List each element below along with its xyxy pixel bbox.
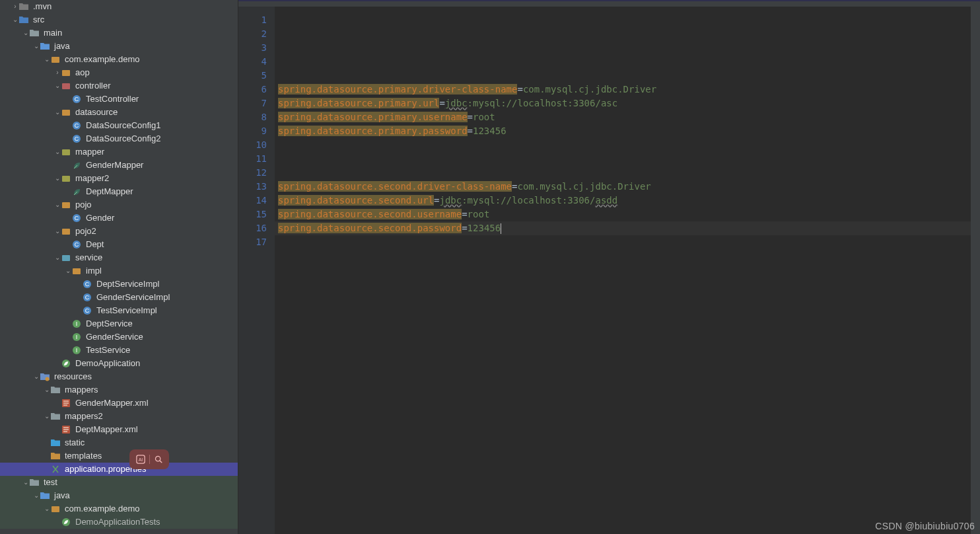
tree-item-datasourceconfig2[interactable]: CDataSourceConfig2 bbox=[0, 132, 238, 145]
chevron-down-icon[interactable]: ⌄ bbox=[54, 106, 61, 119]
tree-item-service[interactable]: ⌄service bbox=[0, 251, 238, 264]
code-line[interactable]: spring.datasource.primary.url=jdbc:mysql… bbox=[275, 96, 971, 110]
tree-item-label: TestController bbox=[86, 93, 139, 106]
chevron-down-icon[interactable]: ⌄ bbox=[33, 489, 40, 502]
editor-scrollbar[interactable] bbox=[971, 7, 980, 534]
code-line[interactable]: spring.datasource.second.password=123456 bbox=[275, 221, 971, 235]
code-line[interactable] bbox=[275, 55, 971, 69]
tree-item-pojo[interactable]: ⌄pojo bbox=[0, 198, 238, 211]
tree-item-label: pojo bbox=[75, 198, 92, 211]
tree-item-test[interactable]: ⌄test bbox=[0, 476, 238, 489]
editor-area: 1234567891011121314151617 spring.datasou… bbox=[238, 0, 980, 534]
tree-item-dept[interactable]: CDept bbox=[0, 238, 238, 251]
tree-item-main[interactable]: ⌄main bbox=[0, 26, 238, 40]
chevron-down-icon[interactable]: ⌄ bbox=[54, 198, 61, 211]
tree-item-mapper2[interactable]: ⌄mapper2 bbox=[0, 172, 238, 185]
tree-item-deptserviceimpl[interactable]: CDeptServiceImpl bbox=[0, 278, 238, 291]
tree-item-gender[interactable]: CGender bbox=[0, 211, 238, 225]
code-line[interactable]: spring.datasource.second.username=root bbox=[275, 208, 971, 221]
package-icon bbox=[50, 54, 61, 65]
chevron-down-icon[interactable]: ⌄ bbox=[44, 502, 50, 515]
tree-item-com-example-demo[interactable]: ⌄com.example.demo bbox=[0, 53, 238, 66]
project-tree-sidebar[interactable]: ›.mvn⌄src⌄main⌄java⌄com.example.demo›aop… bbox=[0, 0, 238, 534]
tree-item-testserviceimpl[interactable]: CTestServiceImpl bbox=[0, 304, 238, 317]
class-icon: C bbox=[71, 239, 82, 250]
tree-item-datasource[interactable]: ⌄datasource bbox=[0, 106, 238, 119]
chevron-down-icon[interactable]: ⌄ bbox=[54, 172, 61, 185]
code-line[interactable]: spring.datasource.primary.password=12345… bbox=[275, 124, 971, 138]
code-line[interactable]: spring.datasource.primary.driver-class-n… bbox=[275, 83, 971, 96]
code-line[interactable] bbox=[275, 166, 971, 180]
tree-item-datasourceconfig1[interactable]: CDataSourceConfig1 bbox=[0, 119, 238, 132]
chevron-down-icon[interactable]: ⌄ bbox=[22, 26, 29, 40]
chevron-down-icon[interactable]: ⌄ bbox=[44, 53, 50, 66]
chevron-down-icon[interactable]: ⌄ bbox=[54, 79, 61, 93]
tree-item-impl[interactable]: ⌄impl bbox=[0, 264, 238, 278]
tree-item-resources[interactable]: ⌄resources bbox=[0, 370, 238, 383]
tree-item-demoapplicationtests[interactable]: DemoApplicationTests bbox=[0, 515, 238, 529]
chevron-right-icon[interactable]: › bbox=[12, 0, 18, 13]
floating-tool[interactable]: AI bbox=[129, 449, 169, 469]
svg-text:C: C bbox=[75, 135, 79, 142]
tree-item-aop[interactable]: ›aop bbox=[0, 66, 238, 79]
chevron-down-icon[interactable]: ⌄ bbox=[44, 383, 50, 397]
property-value: root bbox=[468, 209, 490, 219]
code-line[interactable] bbox=[275, 27, 971, 41]
chevron-down-icon[interactable]: ⌄ bbox=[54, 145, 61, 159]
tree-item-demoapplication[interactable]: DemoApplication bbox=[0, 357, 238, 370]
chevron-down-icon[interactable]: ⌄ bbox=[22, 476, 29, 489]
tree-item-testcontroller[interactable]: CTestController bbox=[0, 93, 238, 106]
project-tree[interactable]: ›.mvn⌄src⌄main⌄java⌄com.example.demo›aop… bbox=[0, 0, 238, 529]
tree-item--mvn[interactable]: ›.mvn bbox=[0, 0, 238, 13]
code-line[interactable] bbox=[275, 13, 971, 27]
chevron-down-icon[interactable]: ⌄ bbox=[65, 264, 71, 278]
tree-item-label: aop bbox=[75, 66, 90, 79]
chevron-down-icon[interactable]: ⌄ bbox=[12, 13, 18, 26]
tree-item-deptmapper[interactable]: DeptMapper bbox=[0, 185, 238, 198]
code-text[interactable]: spring.datasource.primary.driver-class-n… bbox=[275, 7, 971, 534]
code-line[interactable] bbox=[275, 235, 971, 249]
tree-item-label: DeptMapper.xml bbox=[75, 423, 138, 436]
tree-item-src[interactable]: ⌄src bbox=[0, 13, 238, 26]
property-value: 123456 bbox=[473, 126, 507, 136]
tree-item-genderserviceimpl[interactable]: CGenderServiceImpl bbox=[0, 291, 238, 304]
tree-item-mappers2[interactable]: ⌄mappers2 bbox=[0, 410, 238, 423]
code-line[interactable] bbox=[275, 41, 971, 55]
folder-tmpl-icon bbox=[50, 451, 61, 461]
code-line[interactable] bbox=[275, 152, 971, 166]
chevron-down-icon[interactable]: ⌄ bbox=[33, 370, 40, 383]
tree-item-com-example-demo[interactable]: ⌄com.example.demo bbox=[0, 502, 238, 515]
tree-item-java[interactable]: ⌄java bbox=[0, 40, 238, 53]
property-key: spring.datasource.second.driver-class-na… bbox=[278, 181, 512, 192]
code-line[interactable] bbox=[275, 138, 971, 152]
tree-item-controller[interactable]: ⌄controller bbox=[0, 79, 238, 93]
tree-item-label: com.example.demo bbox=[65, 502, 139, 515]
chevron-down-icon[interactable]: ⌄ bbox=[54, 225, 61, 238]
tree-item-java[interactable]: ⌄java bbox=[0, 489, 238, 502]
tree-item-gendermapper[interactable]: GenderMapper bbox=[0, 159, 238, 172]
tree-item-deptmapper-xml[interactable]: DeptMapper.xml bbox=[0, 423, 238, 436]
chevron-down-icon[interactable]: ⌄ bbox=[44, 410, 50, 423]
tree-item-genderservice[interactable]: IGenderService bbox=[0, 330, 238, 344]
tree-item-testservice[interactable]: ITestService bbox=[0, 344, 238, 357]
code-area[interactable]: 1234567891011121314151617 spring.datasou… bbox=[238, 7, 980, 534]
code-line[interactable] bbox=[275, 69, 971, 83]
tree-item-static[interactable]: static bbox=[0, 436, 238, 449]
tree-item-gendermapper-xml[interactable]: GenderMapper.xml bbox=[0, 397, 238, 410]
tree-item-pojo2[interactable]: ⌄pojo2 bbox=[0, 225, 238, 238]
chevron-down-icon[interactable]: ⌄ bbox=[33, 40, 40, 53]
tree-item-mapper[interactable]: ⌄mapper bbox=[0, 145, 238, 159]
code-line[interactable]: spring.datasource.second.driver-class-na… bbox=[275, 180, 971, 194]
code-line[interactable]: spring.datasource.second.url=jdbc:mysql:… bbox=[275, 194, 971, 208]
package-icon bbox=[50, 504, 61, 514]
editor-tabstrip[interactable] bbox=[238, 1, 980, 7]
chevron-right-icon[interactable]: › bbox=[54, 66, 61, 79]
code-line[interactable]: spring.datasource.primary.username=root bbox=[275, 110, 971, 124]
tree-item-application-properties[interactable]: application.properties bbox=[0, 463, 238, 476]
tree-item-deptservice[interactable]: IDeptService bbox=[0, 317, 238, 330]
svg-rect-10 bbox=[62, 149, 70, 155]
chevron-down-icon[interactable]: ⌄ bbox=[54, 251, 61, 264]
tree-item-templates[interactable]: templates bbox=[0, 449, 238, 463]
tree-item-mappers[interactable]: ⌄mappers bbox=[0, 383, 238, 397]
interface-icon: I bbox=[71, 319, 82, 329]
